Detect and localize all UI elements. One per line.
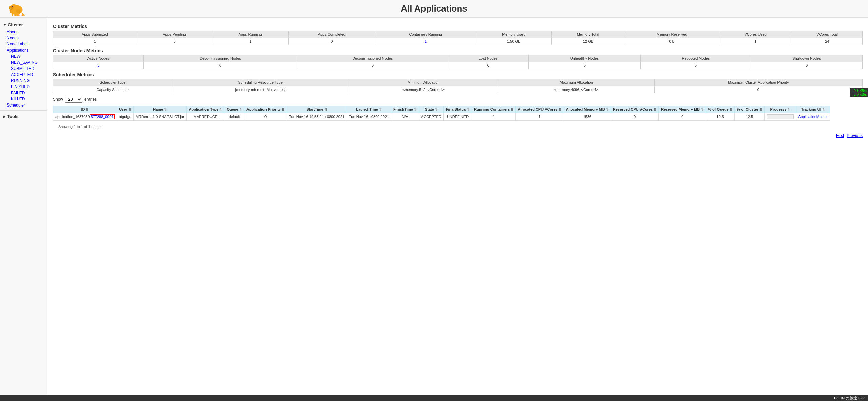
sidebar-item-scheduler[interactable]: Scheduler [0,102,47,108]
cluster-label: Cluster [8,22,23,27]
app-col-header[interactable]: Application Type ⇅ [186,106,224,113]
tools-section-header[interactable]: Tools [0,113,47,120]
sidebar-item-new[interactable]: NEW [0,53,47,59]
sidebar-item-applications[interactable]: Applications [0,47,47,53]
final-status-cell: UNDEFINED [443,113,472,121]
content: Cluster Metrics Apps SubmittedApps Pendi… [47,18,868,395]
launch-time-cell: Tue Nov 16 +0800 2021 [347,113,391,121]
cluster-metrics-title: Cluster Metrics [53,24,863,29]
entries-select[interactable]: 10202550100 [65,96,82,103]
cluster-metrics-cell: 0 B [625,38,719,45]
sidebar: Cluster About Nodes Node Labels Applicat… [0,18,47,395]
scheduler-metrics-cell: 0 [654,86,862,93]
app-col-header[interactable]: Name ⇅ [133,106,186,113]
app-col-header[interactable]: Allocated CPU VCores ⇅ [516,106,564,113]
sort-icon: ⇅ [324,108,327,111]
app-col-header[interactable]: Reserved Memory MB ⇅ [659,106,706,113]
table-row: application_1637059577288_0001atguiguMRD… [53,113,830,121]
sort-icon: ⇅ [379,108,382,111]
network-download: ↓ 6.0 KB/s [851,93,867,96]
sort-icon: ⇅ [511,108,513,111]
app-col-header[interactable]: Application Priority ⇅ [244,106,287,113]
app-col-header[interactable]: StartTime ⇅ [287,106,347,113]
sort-icon: ⇅ [559,108,561,111]
app-col-header[interactable]: Tracking UI ⇅ [796,106,830,113]
app: hadoop All Applications Cluster About No… [0,0,868,401]
show-label-prefix: Show [53,97,63,102]
app-id-prefix: application_1637059 [55,115,90,119]
bottom-bar: CSDN @旅途1233 [0,395,868,401]
sidebar-item-about[interactable]: About [0,29,47,35]
hadoop-logo-icon: hadoop [7,1,25,16]
nodes-metrics-cell: 3 [53,62,144,69]
sidebar-item-killed[interactable]: KILLED [0,96,47,102]
cluster-nodes-metrics-table: Active NodesDecommissioning NodesDecommi… [53,55,863,69]
app-id-suffix[interactable]: 577288_0001 [90,114,115,119]
app-col-header[interactable]: Reserved CPU VCores ⇅ [611,106,658,113]
sidebar-item-new-saving[interactable]: NEW_SAVING [0,59,47,65]
scheduler-metrics-header-row: Scheduler TypeScheduling Resource TypeMi… [53,79,863,86]
svg-point-4 [12,6,13,7]
nodes-metrics-cell: 0 [528,62,640,69]
app-col-header[interactable]: State ⇅ [419,106,443,113]
cluster-metrics-table: Apps SubmittedApps PendingApps RunningAp… [53,31,863,45]
nodes-metrics-value-row: 3000000 [53,62,863,69]
pagination-nav: First Previous [53,132,863,139]
sidebar-item-nodes[interactable]: Nodes [0,35,47,41]
progress-cell [764,113,796,121]
show-label-suffix: entries [84,97,97,102]
cluster-section-header[interactable]: Cluster [0,21,47,29]
app-col-header[interactable]: % of Cluster ⇅ [734,106,764,113]
scheduler-metrics-cell: <memory:512, vCores:1> [349,86,498,93]
scheduler-metrics-cell: Capacity Scheduler [53,86,172,93]
app-col-header[interactable]: Progress ⇅ [764,106,796,113]
sidebar-item-finished[interactable]: FINISHED [0,84,47,90]
progress-bar [767,114,794,119]
sort-icon: ⇅ [730,108,732,111]
app-table-body: application_1637059577288_0001atguiguMRD… [53,113,830,121]
applications-table: ID ⇅User ⇅Name ⇅Application Type ⇅Queue … [53,106,830,121]
app-col-header[interactable]: % of Queue ⇅ [706,106,735,113]
pagination-first[interactable]: First [836,133,844,138]
sidebar-item-node-labels[interactable]: Node Labels [0,41,47,47]
nodes-metrics-header-row: Active NodesDecommissioning NodesDecommi… [53,55,863,62]
app-col-header[interactable]: LaunchTime ⇅ [347,106,391,113]
cluster-metrics-cell: 0 [288,38,375,45]
app-col-header[interactable]: Allocated Memory MB ⇅ [564,106,611,113]
nodes-metrics-cell: 0 [297,62,448,69]
tools-label: Tools [7,114,19,119]
pagination-prev[interactable]: Previous [847,133,863,138]
show-entries-control: Show 10202550100 entries [53,96,863,103]
svg-text:hadoop: hadoop [16,12,25,16]
containers-running-link[interactable]: 1 [425,39,427,43]
main-layout: Cluster About Nodes Node Labels Applicat… [0,18,868,395]
sidebar-item-accepted[interactable]: ACCEPTED [0,72,47,78]
sidebar-item-submitted[interactable]: SUBMITTED [0,65,47,72]
sort-icon: ⇅ [435,108,438,111]
sort-icon: ⇅ [239,108,242,111]
app-col-header[interactable]: FinishTime ⇅ [391,106,419,113]
app-table-header-row: ID ⇅User ⇅Name ⇅Application Type ⇅Queue … [53,106,830,113]
app-col-header[interactable]: Queue ⇅ [224,106,244,113]
cluster-metrics-cell: 12 GB [552,38,625,45]
app-col-header[interactable]: ID ⇅ [53,106,117,113]
sort-icon: ⇅ [219,108,222,111]
scheduler-metrics-cell: <memory:4096, vCores:4> [498,86,654,93]
sort-icon: ⇅ [129,108,131,111]
sidebar-item-failed[interactable]: FAILED [0,90,47,96]
nodes-metrics-cell: 0 [640,62,751,69]
app-col-header[interactable]: Running Containers ⇅ [472,106,516,113]
app-col-header[interactable]: User ⇅ [117,106,133,113]
app-type-cell: MAPREDUCE [186,113,224,121]
sort-icon: ⇅ [467,108,470,111]
network-upload: ↑ 0.1 KB/s [851,89,867,93]
sort-icon: ⇅ [701,108,704,111]
app-col-header[interactable]: FinalStatus ⇅ [443,106,472,113]
sidebar-item-running[interactable]: RUNNING [0,78,47,84]
nodes-metrics-cell: 0 [144,62,297,69]
app-id-cell: application_1637059577288_0001 [53,113,117,121]
active-nodes-link[interactable]: 3 [97,63,99,68]
sort-icon: ⇅ [282,108,284,111]
scheduler-metrics-table: Scheduler TypeScheduling Resource TypeMi… [53,79,863,93]
tracking-link[interactable]: ApplicationMaster [798,115,828,119]
